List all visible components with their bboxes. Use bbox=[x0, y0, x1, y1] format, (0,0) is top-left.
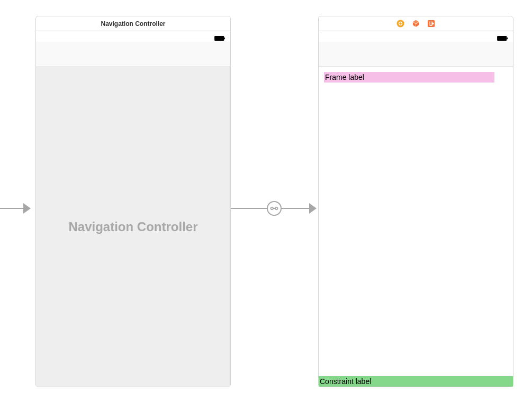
svg-line-4 bbox=[273, 207, 275, 209]
storyboard-entry-arrow[interactable] bbox=[0, 203, 33, 214]
svg-rect-0 bbox=[214, 36, 224, 41]
status-bar bbox=[36, 31, 230, 42]
constraint-label[interactable]: Constraint label bbox=[319, 376, 513, 387]
view-controller-scene[interactable]: Frame label Constraint label bbox=[318, 16, 513, 387]
relationship-segue-icon[interactable] bbox=[264, 198, 285, 219]
navigation-controller-scene[interactable]: Navigation Controller Navigation Control… bbox=[35, 16, 231, 387]
navigation-bar[interactable] bbox=[319, 42, 513, 67]
svg-rect-8 bbox=[497, 36, 507, 41]
svg-rect-9 bbox=[507, 38, 508, 40]
battery-icon bbox=[497, 34, 509, 39]
svg-rect-1 bbox=[224, 38, 225, 40]
scene-title: Navigation Controller bbox=[101, 20, 165, 28]
battery-icon bbox=[214, 34, 226, 39]
nav-placeholder-label: Navigation Controller bbox=[68, 220, 197, 234]
scene-header[interactable] bbox=[319, 16, 513, 31]
class-circle-icon[interactable] bbox=[396, 20, 404, 28]
exit-icon[interactable] bbox=[427, 20, 435, 28]
frame-label[interactable]: Frame label bbox=[324, 72, 494, 83]
navigation-bar[interactable] bbox=[36, 42, 230, 67]
svg-point-5 bbox=[397, 20, 404, 28]
nav-content-placeholder: Navigation Controller bbox=[36, 67, 230, 387]
view-content[interactable]: Frame label Constraint label bbox=[319, 67, 513, 387]
cube-icon[interactable] bbox=[412, 20, 420, 28]
status-bar bbox=[319, 31, 513, 42]
scene-header[interactable]: Navigation Controller bbox=[36, 16, 230, 31]
